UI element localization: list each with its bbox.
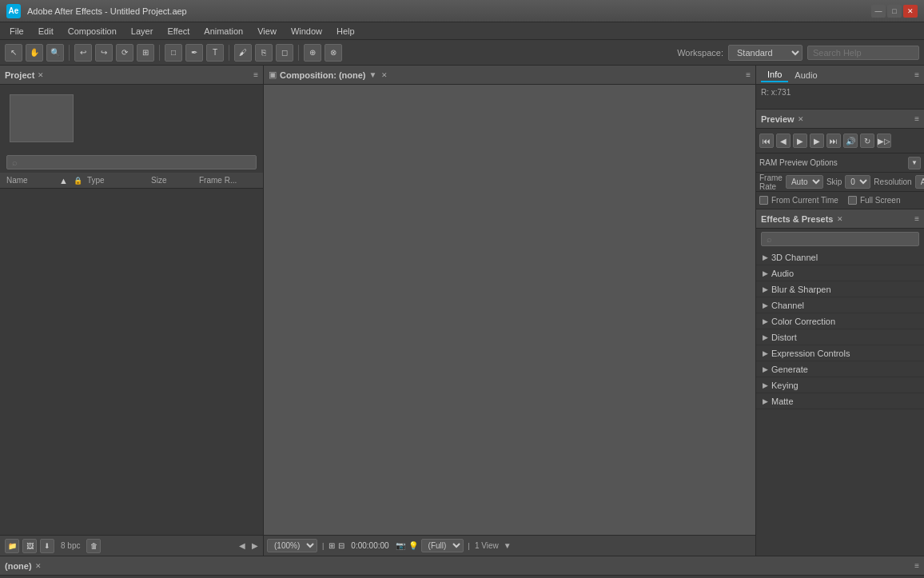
menu-composition[interactable]: Composition <box>62 25 123 38</box>
tool-hand[interactable]: ✋ <box>26 44 43 62</box>
prev-audio-btn[interactable]: 🔊 <box>843 134 858 148</box>
col-type: Type <box>84 176 148 185</box>
maximize-button[interactable]: □ <box>887 5 902 18</box>
minimize-button[interactable]: — <box>871 5 886 18</box>
effect-item-channel[interactable]: ▶ Channel <box>756 297 924 313</box>
menu-view[interactable]: View <box>251 25 283 38</box>
menu-file[interactable]: File <box>3 25 30 38</box>
project-table-header: Name ▲ 🔒 Type Size Frame R... <box>0 173 263 189</box>
prev-extra-btn[interactable]: ▶▷ <box>877 134 891 148</box>
tab-info[interactable]: Info <box>761 68 788 82</box>
menu-effect[interactable]: Effect <box>161 25 196 38</box>
preview-panel-header: Preview ✕ ≡ <box>756 110 924 129</box>
effect-item-keying[interactable]: ▶ Keying <box>756 377 924 393</box>
skip-select[interactable]: 0 <box>845 175 870 189</box>
tool-text[interactable]: T <box>206 44 224 62</box>
info-panel-menu[interactable]: ≡ <box>914 70 919 79</box>
menu-window[interactable]: Window <box>285 25 329 38</box>
comp-view-dropdown[interactable]: ▼ <box>504 541 512 550</box>
effect-item-blur-sharpen[interactable]: ▶ Blur & Sharpen <box>756 281 924 297</box>
tool-puppet[interactable]: ⊕ <box>304 44 321 62</box>
import-btn[interactable]: ⬇ <box>40 539 54 553</box>
prev-loop-btn[interactable]: ↻ <box>860 134 874 148</box>
menu-animation[interactable]: Animation <box>197 25 249 38</box>
preview-panel-menu[interactable]: ≡ <box>914 114 919 123</box>
menu-edit[interactable]: Edit <box>32 25 60 38</box>
frame-rate-select[interactable]: Auto <box>786 175 823 189</box>
effect-item-3dchannel[interactable]: ▶ 3D Channel <box>756 249 924 265</box>
tool-zoom[interactable]: 🔍 <box>46 44 64 62</box>
effects-panel-menu[interactable]: ≡ <box>914 214 919 223</box>
delete-btn[interactable]: 🗑 <box>86 539 101 553</box>
effect-item-matte[interactable]: ▶ Matte <box>756 393 924 409</box>
search-help-input[interactable] <box>807 46 919 60</box>
col-name: Name <box>3 176 59 185</box>
effect-item-distort[interactable]: ▶ Distort <box>756 329 924 345</box>
effect-arrow-blur: ▶ <box>763 285 768 293</box>
effect-item-color-correction[interactable]: ▶ Color Correction <box>756 313 924 329</box>
tool-paint[interactable]: 🖌 <box>234 44 252 62</box>
effect-name-3dchannel: 3D Channel <box>771 253 818 262</box>
prev-last-frame-btn[interactable]: ⏭ <box>826 134 841 148</box>
comp-icon: ▣ <box>269 70 277 80</box>
tool-clone[interactable]: ⎘ <box>255 44 273 62</box>
comp-viewer <box>264 85 755 535</box>
comp-toolbar-sep1: | <box>322 542 324 550</box>
project-panel-menu[interactable]: ≡ <box>253 70 258 79</box>
preview-panel-close[interactable]: ✕ <box>798 115 804 123</box>
info-coords: R: x:731 <box>761 88 791 97</box>
resolution-select[interactable]: Auto <box>915 175 924 189</box>
frame-rate-label: Frame Rate <box>759 173 783 191</box>
tool-pen[interactable]: ✒ <box>185 44 203 62</box>
tool-undo[interactable]: ↩ <box>74 44 92 62</box>
prev-play-btn[interactable]: ▶ <box>793 134 807 148</box>
ram-preview-label: RAM Preview Options <box>759 158 908 167</box>
comp-dropdown-btn[interactable]: ▼ <box>369 70 377 79</box>
tool-eraser[interactable]: ◻ <box>276 44 293 62</box>
effect-arrow-keying: ▶ <box>763 381 768 389</box>
scroll-right-btn[interactable]: ▶ <box>252 541 258 550</box>
prev-step-back-btn[interactable]: ◀ <box>776 134 791 148</box>
project-panel-close[interactable]: ✕ <box>38 71 44 79</box>
main-layout: Project ✕ ≡ Name ▲ 🔒 Type Size Frame R..… <box>0 66 924 556</box>
tool-select[interactable]: ↖ <box>5 44 22 62</box>
tab-audio[interactable]: Audio <box>788 69 823 82</box>
effect-arrow-3dchannel: ▶ <box>763 253 768 261</box>
menu-layer[interactable]: Layer <box>125 25 160 38</box>
comp-toolbar-sep2: | <box>468 542 470 550</box>
comp-close-btn[interactable]: ✕ <box>381 71 388 79</box>
from-current-checkbox[interactable] <box>759 196 768 205</box>
effects-search-input[interactable] <box>761 232 919 246</box>
effect-item-generate[interactable]: ▶ Generate <box>756 361 924 377</box>
scroll-left-btn[interactable]: ◀ <box>239 541 245 550</box>
full-screen-checkbox[interactable] <box>848 196 857 205</box>
effects-list: ▶ 3D Channel ▶ Audio ▶ Blur & Sharpen ▶ … <box>756 249 924 556</box>
tool-rectangle[interactable]: □ <box>165 44 182 62</box>
tool-redo[interactable]: ↪ <box>95 44 113 62</box>
tool-extra[interactable]: ⊗ <box>325 44 342 62</box>
workspace-select[interactable]: Standard <box>728 45 803 61</box>
effects-panel-close[interactable]: ✕ <box>837 215 843 223</box>
preview-panel-title: Preview <box>761 114 795 124</box>
close-button[interactable]: ✕ <box>903 5 918 18</box>
ram-preview-dropdown[interactable]: ▼ <box>908 157 921 169</box>
timeline-panel: (none) ✕ ≡ ⊞ ⊟ ⇑ ⇓ ⊕ ⊗ ◑ ⊙ ⌚ ✉ ⊙⊙🔊🔒◕# So… <box>0 556 924 578</box>
tool-rotate[interactable]: ⟳ <box>116 44 133 62</box>
comp-panel-menu[interactable]: ≡ <box>746 70 751 79</box>
timeline-panel-close[interactable]: ✕ <box>35 562 42 570</box>
toolbar-separator-4 <box>298 45 299 61</box>
effect-item-expression-controls[interactable]: ▶ Expression Controls <box>756 345 924 361</box>
zoom-select[interactable]: (100%) <box>267 539 317 552</box>
project-search-input[interactable] <box>6 155 257 169</box>
menu-help[interactable]: Help <box>330 25 361 38</box>
new-folder-btn[interactable]: 📁 <box>5 539 19 553</box>
effect-item-audio[interactable]: ▶ Audio <box>756 265 924 281</box>
tool-scale[interactable]: ⊞ <box>137 44 154 62</box>
toolbar-separator-1 <box>69 45 70 61</box>
prev-first-frame-btn[interactable]: ⏮ <box>759 134 774 148</box>
quality-select[interactable]: (Full) <box>421 539 464 552</box>
new-comp-btn[interactable]: 🖼 <box>22 539 37 553</box>
timeline-panel-menu[interactable]: ≡ <box>914 561 919 570</box>
prev-step-fwd-btn[interactable]: ▶ <box>810 134 824 148</box>
project-table: Name ▲ 🔒 Type Size Frame R... <box>0 173 263 535</box>
